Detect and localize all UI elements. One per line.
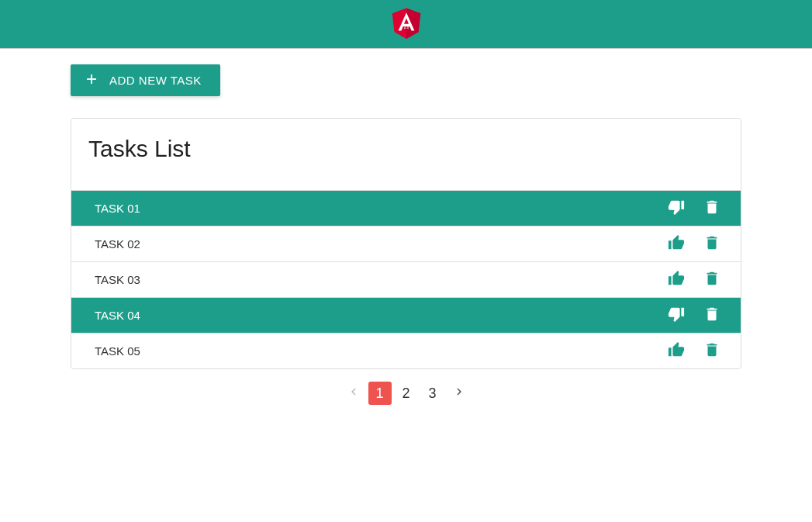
add-new-task-button[interactable]: ADD NEW TASK	[71, 64, 220, 96]
thumbs-down-button[interactable]	[668, 199, 685, 218]
thumbs-down-icon	[668, 199, 685, 218]
thumbs-up-button[interactable]	[668, 270, 685, 289]
tasks-card: Tasks List TASK 01TASK 02TASK 03TASK 04T…	[71, 118, 741, 369]
pagination-prev-button[interactable]	[342, 382, 365, 405]
delete-button[interactable]	[703, 234, 720, 254]
trash-icon	[703, 234, 720, 254]
main-container: ADD NEW TASK Tasks List TASK 01TASK 02TA…	[71, 49, 741, 420]
page-button-2[interactable]: 2	[395, 382, 418, 405]
task-label: TASK 01	[95, 202, 140, 215]
thumbs-up-button[interactable]	[668, 234, 685, 254]
task-row[interactable]: TASK 05	[71, 333, 741, 368]
thumbs-up-icon	[668, 341, 685, 361]
pagination-next-button[interactable]	[447, 382, 471, 405]
plus-icon	[85, 72, 98, 88]
card-title: Tasks List	[71, 119, 741, 190]
delete-button[interactable]	[703, 306, 720, 325]
thumbs-up-button[interactable]	[668, 341, 685, 361]
trash-icon	[703, 270, 720, 289]
page-button-3[interactable]: 3	[421, 382, 444, 405]
tasks-list: TASK 01TASK 02TASK 03TASK 04TASK 05	[71, 190, 741, 368]
angular-logo-icon: 2.0	[389, 3, 423, 45]
page-numbers: 123	[368, 382, 444, 405]
trash-icon	[703, 341, 720, 361]
delete-button[interactable]	[703, 199, 720, 218]
trash-icon	[703, 306, 720, 325]
delete-button[interactable]	[703, 270, 720, 289]
task-actions	[668, 199, 720, 218]
svg-marker-1	[406, 9, 420, 40]
task-label: TASK 05	[95, 344, 140, 358]
task-actions	[668, 306, 720, 325]
app-header: 2.0	[0, 0, 812, 49]
chevron-left-icon	[347, 385, 361, 403]
task-actions	[668, 270, 720, 289]
thumbs-down-icon	[668, 306, 685, 325]
pagination: 123	[71, 382, 741, 405]
trash-icon	[703, 199, 720, 218]
page-button-1[interactable]: 1	[368, 382, 392, 405]
thumbs-up-icon	[668, 234, 685, 254]
task-label: TASK 02	[95, 237, 140, 251]
svg-text:2.0: 2.0	[403, 26, 409, 29]
task-actions	[668, 234, 720, 254]
delete-button[interactable]	[703, 341, 720, 361]
chevron-right-icon	[452, 385, 466, 403]
task-row[interactable]: TASK 03	[71, 261, 741, 297]
add-button-label: ADD NEW TASK	[109, 74, 202, 87]
task-actions	[668, 341, 720, 361]
thumbs-up-icon	[668, 270, 685, 289]
task-row[interactable]: TASK 04	[71, 297, 741, 333]
task-label: TASK 03	[95, 273, 140, 286]
task-label: TASK 04	[95, 309, 140, 322]
task-row[interactable]: TASK 02	[71, 226, 741, 261]
thumbs-down-button[interactable]	[668, 306, 685, 325]
task-row[interactable]: TASK 01	[71, 190, 741, 226]
